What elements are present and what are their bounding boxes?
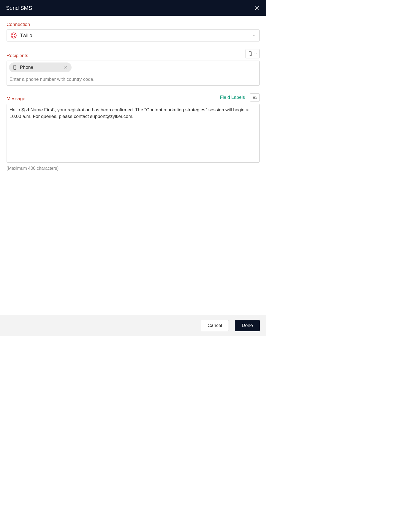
recipients-picker-button[interactable] [246,49,260,58]
close-icon [64,65,68,69]
svg-point-3 [12,34,13,35]
connection-value: Twilio [20,33,32,38]
cancel-button[interactable]: Cancel [201,320,229,331]
connection-section: Connection Twilio [7,22,260,41]
chevron-down-icon [252,34,256,37]
phone-icon [13,65,17,70]
connection-label: Connection [7,22,30,27]
recipients-label: Recipients [7,53,28,58]
recipient-chip: Phone [9,62,72,72]
dialog-header: Send SMS [0,0,266,16]
message-helper: (Maximum 400 characters) [7,166,260,171]
recipients-section: Recipients Phone [7,49,260,86]
svg-point-5 [12,36,13,37]
message-section: Message Field Labels (Maximum 400 charac… [7,93,260,171]
close-icon [254,5,260,11]
done-button[interactable]: Done [235,320,260,331]
recipient-chip-label: Phone [20,65,61,70]
svg-point-2 [11,33,16,38]
message-label: Message [7,96,25,102]
insert-field-icon [252,95,257,100]
svg-point-6 [14,36,15,37]
recipients-placeholder: Enter a phone number with country code. [9,75,257,82]
dialog-content: Connection Twilio Recipients [0,16,266,315]
dialog-title: Send SMS [6,5,32,11]
svg-point-4 [14,34,15,35]
recipient-chip-remove[interactable] [64,65,68,69]
connection-select[interactable]: Twilio [7,29,260,41]
phone-icon [248,51,252,56]
chevron-down-icon [254,52,257,55]
field-labels-link[interactable]: Field Labels [220,95,245,100]
recipients-input-box[interactable]: Phone Enter a phone number with country … [7,61,260,86]
insert-field-button[interactable] [250,93,260,102]
close-button[interactable] [254,5,260,11]
dialog-footer: Cancel Done [0,315,266,336]
twilio-icon [11,32,17,38]
message-textarea[interactable] [7,104,260,163]
